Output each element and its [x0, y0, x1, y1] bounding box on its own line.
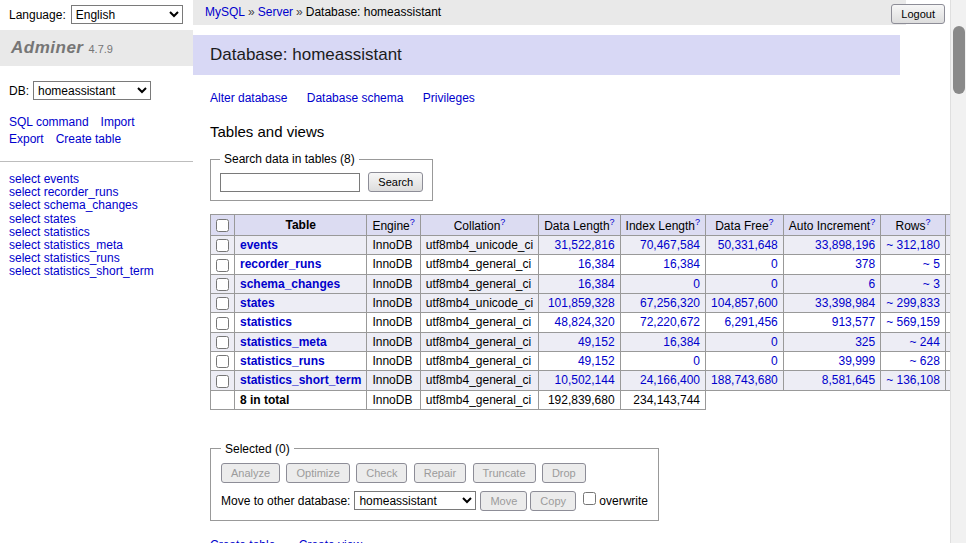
sql-command-link[interactable]: SQL command: [9, 115, 89, 129]
move-database-select[interactable]: homeassistant: [354, 491, 476, 510]
row-checkbox[interactable]: [216, 355, 229, 368]
row-checkbox[interactable]: [216, 317, 229, 330]
row-checkbox[interactable]: [216, 297, 229, 310]
import-link[interactable]: Import: [101, 115, 135, 129]
data-length-link[interactable]: 10,502,144: [555, 373, 615, 387]
data-free-link[interactable]: 0: [771, 335, 778, 349]
collation-cell: utf8mb4_general_ci: [420, 351, 538, 370]
index-length-link[interactable]: 24,166,400: [640, 373, 700, 387]
table-name-link[interactable]: statistics_meta: [240, 335, 327, 349]
repair-button[interactable]: Repair: [414, 463, 466, 483]
rows-count-link[interactable]: ~ 136,108: [886, 373, 940, 387]
select-all-checkbox[interactable]: [216, 219, 229, 232]
data-free-link[interactable]: 0: [771, 354, 778, 368]
create-table-link-sidebar[interactable]: Create table: [56, 132, 121, 146]
db-select[interactable]: homeassistant: [33, 81, 151, 100]
sidebar-item-select-statistics-short-term[interactable]: select statistics_short_term: [9, 265, 184, 278]
language-select[interactable]: English: [71, 5, 183, 24]
rows-count-link[interactable]: ~ 569,159: [886, 315, 940, 329]
truncate-button[interactable]: Truncate: [473, 463, 536, 483]
data-free-link[interactable]: 0: [771, 277, 778, 291]
help-icon[interactable]: ?: [500, 217, 505, 227]
row-checkbox[interactable]: [216, 278, 229, 291]
index-length-link[interactable]: 70,467,584: [640, 238, 700, 252]
engine-cell: InnoDB: [367, 371, 420, 390]
data-length-link[interactable]: 16,384: [578, 257, 615, 271]
table-name-link[interactable]: recorder_runs: [240, 257, 321, 271]
table-total-row: 8 in total InnoDB utf8mb4_general_ci 192…: [211, 390, 966, 409]
index-length-link[interactable]: 72,220,672: [640, 315, 700, 329]
table-name-link[interactable]: statistics_runs: [240, 354, 325, 368]
auto-increment-link[interactable]: 6: [868, 277, 875, 291]
sidebar-item-select-states[interactable]: select states: [9, 213, 184, 226]
data-free-link[interactable]: 104,857,600: [711, 296, 778, 310]
rows-count-link[interactable]: ~ 244: [910, 335, 940, 349]
data-length-link[interactable]: 16,384: [578, 277, 615, 291]
index-length-link[interactable]: 16,384: [663, 257, 700, 271]
row-checkbox[interactable]: [216, 336, 229, 349]
data-free-link[interactable]: 6,291,456: [724, 315, 777, 329]
table-name-link[interactable]: statistics_short_term: [240, 373, 361, 387]
auto-increment-link[interactable]: 913,577: [832, 315, 875, 329]
table-name-link[interactable]: events: [240, 238, 278, 252]
help-icon[interactable]: ?: [695, 217, 700, 227]
index-length-link[interactable]: 0: [693, 277, 700, 291]
auto-increment-link[interactable]: 33,398,984: [815, 296, 875, 310]
breadcrumb-server-link[interactable]: Server: [258, 5, 293, 19]
index-length-link[interactable]: 16,384: [663, 335, 700, 349]
index-length-link[interactable]: 0: [693, 354, 700, 368]
overwrite-checkbox[interactable]: [583, 492, 596, 505]
table-name-link[interactable]: schema_changes: [240, 277, 340, 291]
auto-increment-link[interactable]: 39,999: [838, 354, 875, 368]
data-length-link[interactable]: 31,522,816: [555, 238, 615, 252]
copy-button[interactable]: Copy: [530, 491, 576, 511]
table-search-input[interactable]: [220, 173, 360, 192]
optimize-button[interactable]: Optimize: [286, 463, 349, 483]
rows-count-link[interactable]: ~ 3: [923, 277, 940, 291]
rows-count-link[interactable]: ~ 628: [910, 354, 940, 368]
breadcrumb-mysql-link[interactable]: MySQL: [205, 5, 245, 19]
vertical-scrollbar[interactable]: [950, 0, 966, 543]
sidebar-item-select-schema-changes[interactable]: select schema_changes: [9, 199, 184, 212]
scrollbar-thumb[interactable]: [953, 26, 965, 94]
help-icon[interactable]: ?: [610, 217, 615, 227]
analyze-button[interactable]: Analyze: [221, 463, 280, 483]
rows-count-link[interactable]: ~ 312,180: [886, 238, 940, 252]
data-free-link[interactable]: 50,331,648: [718, 238, 778, 252]
help-icon[interactable]: ?: [410, 217, 415, 227]
index-length-link[interactable]: 67,256,320: [640, 296, 700, 310]
database-schema-link[interactable]: Database schema: [307, 91, 404, 105]
help-icon[interactable]: ?: [926, 217, 931, 227]
create-table-link[interactable]: Create table: [210, 538, 275, 543]
data-length-link[interactable]: 49,152: [578, 354, 615, 368]
rows-count-link[interactable]: ~ 5: [923, 257, 940, 271]
drop-button[interactable]: Drop: [542, 463, 586, 483]
row-checkbox[interactable]: [216, 239, 229, 252]
auto-increment-link[interactable]: 378: [855, 257, 875, 271]
search-fieldset: Search data in tables (8) Search: [210, 152, 433, 201]
data-free-link[interactable]: 0: [771, 257, 778, 271]
export-link[interactable]: Export: [9, 132, 44, 146]
alter-database-link[interactable]: Alter database: [210, 91, 287, 105]
help-icon[interactable]: ?: [769, 217, 774, 227]
auto-increment-link[interactable]: 325: [855, 335, 875, 349]
help-icon[interactable]: ?: [870, 217, 875, 227]
privileges-link[interactable]: Privileges: [423, 91, 475, 105]
app-header: Adminer4.7.9: [0, 30, 193, 66]
row-checkbox[interactable]: [216, 259, 229, 272]
row-checkbox[interactable]: [216, 375, 229, 388]
table-name-link[interactable]: states: [240, 296, 275, 310]
create-view-link[interactable]: Create view: [299, 538, 362, 543]
data-length-link[interactable]: 49,152: [578, 335, 615, 349]
search-button[interactable]: Search: [368, 172, 423, 192]
auto-increment-link[interactable]: 33,898,196: [815, 238, 875, 252]
data-length-link[interactable]: 48,824,320: [555, 315, 615, 329]
rows-count-link[interactable]: ~ 299,833: [886, 296, 940, 310]
move-button[interactable]: Move: [480, 491, 527, 511]
data-free-link[interactable]: 188,743,680: [711, 373, 778, 387]
check-button[interactable]: Check: [356, 463, 407, 483]
table-name-link[interactable]: statistics: [240, 315, 292, 329]
logout-button[interactable]: Logout: [891, 4, 945, 24]
data-length-link[interactable]: 101,859,328: [548, 296, 615, 310]
auto-increment-link[interactable]: 8,581,645: [822, 373, 875, 387]
